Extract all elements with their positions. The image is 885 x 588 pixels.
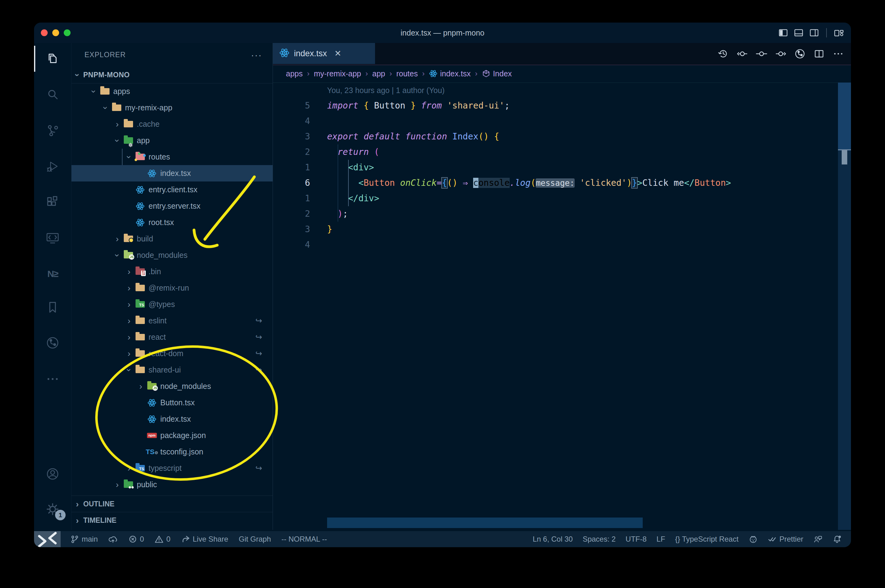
panel-timeline[interactable]: ›TIMELINE [71,512,272,529]
breadcrumb-item-index[interactable]: Index [482,69,512,78]
activity-run-debug[interactable] [34,151,71,182]
breadcrumb-item-routes[interactable]: routes [396,69,418,78]
activity-accounts[interactable] [34,459,71,489]
activity-git-graph[interactable] [34,327,71,358]
sidebar-more-actions-button[interactable]: ··· [251,50,262,60]
chevron-right-icon[interactable]: › [135,382,147,391]
scrollbar-thumb[interactable] [838,82,851,150]
tree-item-index-tsx[interactable]: index.tsx [71,411,272,427]
chevron-right-icon[interactable]: › [123,464,135,473]
chevron-right-icon[interactable]: › [123,300,135,309]
tree-item-index-tsx[interactable]: index.tsx [71,165,272,182]
chevron-right-icon[interactable]: › [123,267,135,276]
chevron-down-icon[interactable]: › [101,102,110,114]
status-notifications[interactable] [832,534,842,544]
status-github[interactable] [748,534,758,544]
tree-item-tsconfig-json[interactable]: TS⚙tsconfig.json [71,444,272,460]
chevron-down-icon[interactable]: › [125,151,133,163]
status-eol[interactable]: LF [657,535,665,543]
status-warnings[interactable]: 0 [154,534,170,544]
tree-item--remix-run[interactable]: ›@remix-run [71,280,272,296]
status-cursor-position[interactable]: Ln 6, Col 30 [533,535,572,543]
tree-item-entry-server-tsx[interactable]: entry.server.tsx [71,198,272,214]
tree-item-public[interactable]: ›public [71,476,272,493]
change-prev-icon[interactable] [736,47,749,60]
activity-extensions[interactable] [34,187,71,218]
dots-icon[interactable] [832,47,845,60]
activity-bookmarks[interactable] [34,292,71,323]
gitgraph-bright-icon[interactable] [793,47,807,60]
react-icon [147,169,157,178]
status-indentation[interactable]: Spaces: 2 [582,535,616,543]
chevron-right-icon[interactable]: › [123,350,135,358]
code-area[interactable]: You, 23 hours ago | 1 author (You)5impor… [273,82,851,530]
status-live-share[interactable]: Live Share [181,534,228,544]
activity-remote-explorer[interactable] [34,223,71,254]
tree-item--cache[interactable]: ›.cache [71,116,272,132]
activity-more-views[interactable] [34,363,71,394]
tree-item-react[interactable]: ›react↪ [71,329,272,345]
tree-item-eslint[interactable]: ›eslint↪ [71,312,272,329]
layout-sidebar-right-icon[interactable] [809,27,819,38]
vertical-scrollbar[interactable] [838,82,851,530]
activity-nx-console[interactable]: N≥ [34,258,71,290]
tree-item-routes[interactable]: ›routes [71,149,272,165]
chevron-right-icon[interactable]: › [111,120,123,129]
commit-icon[interactable] [755,47,768,60]
breadcrumb-item-index-tsx[interactable]: index.tsx [429,69,471,78]
activity-source-control[interactable] [34,115,71,146]
status-git-graph[interactable]: Git Graph [239,535,271,543]
status-branch[interactable]: main [70,534,98,544]
chevron-right-icon[interactable]: › [123,333,135,342]
chevron-down-icon[interactable]: › [113,135,122,147]
tree-item-typescript[interactable]: ›TStypescript↪ [71,460,272,476]
chevron-down-icon[interactable]: › [113,249,122,261]
panel-outline[interactable]: ›OUTLINE [71,496,272,512]
tree-item--types[interactable]: ›TS@types [71,296,272,312]
tree-item-shared-ui[interactable]: ›shared-ui↪ [71,362,272,378]
tree-item-build[interactable]: ›build [71,231,272,247]
tree-item-button-tsx[interactable]: Button.tsx [71,394,272,411]
change-next-icon[interactable] [774,47,787,60]
split-icon[interactable] [813,47,826,60]
horizontal-scrollbar[interactable] [327,518,643,528]
tree-item-my-remix-app[interactable]: ›my-remix-app [71,99,272,116]
tab-index-tsx[interactable]: index.tsx ✕ [273,43,375,64]
tree-item-root-tsx[interactable]: root.tsx [71,214,272,231]
activity-explorer[interactable] [34,43,71,74]
layout-panel-icon[interactable] [793,27,804,38]
history-icon[interactable] [716,47,730,60]
layout-customize-icon[interactable] [834,27,844,38]
tree-item-node-modules[interactable]: ›JSnode_modules [71,247,272,263]
tree-item-entry-client-tsx[interactable]: entry.client.tsx [71,182,272,198]
status-sync[interactable] [108,534,117,544]
chevron-right-icon[interactable]: › [123,316,135,325]
chevron-right-icon[interactable]: › [123,284,135,292]
status-errors[interactable]: 0 [128,534,144,544]
workspace-root-row[interactable]: › PNPM-MONO [71,67,272,84]
status-formatter[interactable]: Prettier [768,534,803,544]
tree-item-package-json[interactable]: npmpackage.json [71,427,272,444]
status-vim-mode[interactable]: -- NORMAL -- [281,535,327,543]
chevron-right-icon[interactable]: › [111,235,123,243]
breadcrumb-item-app[interactable]: app [372,69,385,78]
breadcrumb-item-apps[interactable]: apps [286,69,303,78]
tree-item-node-modules[interactable]: ›JSnode_modules [71,378,272,394]
tree-item-react-dom[interactable]: ›react-dom↪ [71,345,272,362]
tab-close-icon[interactable]: ✕ [334,48,342,58]
remote-indicator[interactable] [34,531,61,547]
status-encoding[interactable]: UTF-8 [626,535,647,543]
chevron-right-icon[interactable]: › [111,480,123,489]
status-feedback[interactable] [813,534,822,544]
tree-item--bin[interactable]: ›0110.bin [71,263,272,280]
activity-settings[interactable]: 1 [34,494,71,525]
chevron-down-icon[interactable]: › [125,364,133,376]
chevron-down-icon[interactable]: › [89,86,98,98]
layout-sidebar-left-icon[interactable] [778,27,789,38]
activity-search[interactable] [34,79,71,110]
panel-label: TIMELINE [83,516,116,525]
tree-item-apps[interactable]: ›apps [71,83,272,99]
tree-item-app[interactable]: ›app [71,132,272,149]
breadcrumb-item-my-remix-app[interactable]: my-remix-app [314,69,361,78]
status-language-mode[interactable]: {} TypeScript React [675,535,739,543]
